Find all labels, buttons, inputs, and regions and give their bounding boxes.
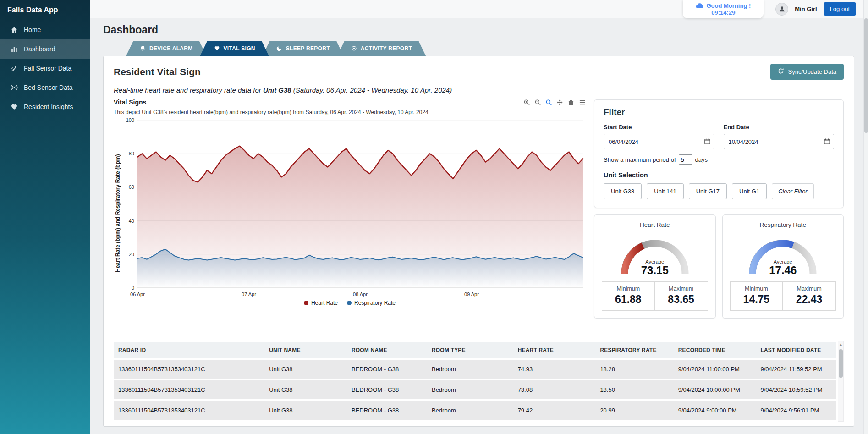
zoom-in-icon[interactable] <box>523 99 530 106</box>
table-cell: Bedroom <box>428 401 514 420</box>
fall-sensor-icon <box>10 65 18 72</box>
unit-filter-button-unit-g38[interactable]: Unit G38 <box>604 183 642 199</box>
svg-text:100: 100 <box>126 117 134 123</box>
page-scrollbar[interactable] <box>863 0 868 434</box>
maximum-value: 83.65 <box>657 293 706 306</box>
chart-block: Vital Signs This depict Unit G38's resid… <box>114 96 586 319</box>
table-cell: 18.50 <box>596 380 674 399</box>
zoom-out-icon[interactable] <box>534 99 541 106</box>
cloud-icon <box>696 3 703 9</box>
table-cell: 9/04/2024 10:00:00 PM <box>675 380 757 399</box>
chart-legend: Heart RateRespiratory Rate <box>114 300 586 306</box>
sidebar-item-home[interactable]: Home <box>0 20 90 39</box>
column-header-recorded-time: RECORDED TIME <box>675 342 757 358</box>
unit-filter-button-unit-g17[interactable]: Unit G17 <box>689 183 727 199</box>
tab-sleep-report[interactable]: SLEEP REPORT <box>263 41 344 56</box>
right-column: Filter Start Date <box>594 99 844 319</box>
legend-label: Respiratory Rate <box>354 300 396 306</box>
home-icon[interactable] <box>567 99 575 106</box>
table-scrollbar-thumb[interactable] <box>839 349 843 378</box>
legend-item-heart-rate[interactable]: Heart Rate <box>304 300 338 306</box>
chart-modebar <box>523 99 586 106</box>
home-icon <box>10 26 18 33</box>
end-date-input[interactable] <box>724 134 835 149</box>
page-scrollbar-thumb[interactable] <box>864 18 868 133</box>
readings-table: RADAR IDUNIT NAMEROOM NAMEROOM TYPEHEART… <box>114 341 836 422</box>
clear-filter-button[interactable]: Clear Filter <box>772 183 814 199</box>
tab-vital-sign[interactable]: VITAL SIGN <box>200 41 269 56</box>
max-period-input[interactable] <box>679 154 692 165</box>
table-cell: 9/04/2024 10:59:52 PM <box>757 380 836 399</box>
sync-update-button[interactable]: Sync/Update Data <box>770 64 844 80</box>
dashboard-icon <box>10 45 18 53</box>
main-area: Good Morning ! 09:14:29 Min Girl Log out… <box>90 0 868 434</box>
y-axis-label: Heart Rate (bpm) and Respiratory Rate (b… <box>114 116 122 300</box>
app-title: Falls Data App <box>0 0 90 20</box>
table-cell: 74.93 <box>514 360 597 379</box>
panel-title: Resident Vital Sign <box>114 66 201 77</box>
legend-item-respiratory-rate[interactable]: Respiratory Rate <box>347 300 396 306</box>
sidebar-item-label: Resident Insights <box>24 103 73 110</box>
plot-area[interactable]: 02040608010006 Apr07 Apr08 Apr09 Apr <box>122 116 586 300</box>
bed-sensor-icon <box>10 84 18 91</box>
gauge-cards: Heart RateAverage73.15Minimum61.88Maximu… <box>594 214 844 319</box>
chart-title: Vital Signs <box>114 99 146 106</box>
sidebar-item-fall-sensor-data[interactable]: Fall Sensor Data <box>0 59 90 78</box>
min-max-grid: Minimum14.75Maximum22.43 <box>730 281 836 311</box>
table-cell: 9/04/2024 11:00:00 PM <box>675 360 757 379</box>
clock-text: 09:14:29 <box>696 9 751 16</box>
greeting-text: Good Morning ! <box>706 2 751 9</box>
gauge-average: Average73.15 <box>611 259 698 276</box>
maximum-cell: Maximum83.65 <box>654 281 708 311</box>
table-cell: Unit G38 <box>265 360 348 379</box>
sync-update-label: Sync/Update Data <box>788 68 836 75</box>
heart-icon <box>214 45 220 51</box>
column-header-unit-name: UNIT NAME <box>265 342 348 358</box>
chart-subtitle: Real-time heart rate and respiratory rat… <box>114 86 844 94</box>
tab-activity-report[interactable]: ACTIVITY REPORT <box>337 41 426 56</box>
table-scrollbar[interactable]: ▲ <box>838 341 844 422</box>
calendar-icon[interactable] <box>704 138 711 145</box>
minimum-cell: Minimum61.88 <box>602 281 655 311</box>
target-icon <box>351 45 357 51</box>
start-date-input[interactable] <box>604 134 714 149</box>
column-header-respiratory-rate: RESPIRATORY RATE <box>596 342 674 358</box>
menu-icon[interactable] <box>579 99 586 105</box>
sidebar-item-label: Dashboard <box>24 45 55 53</box>
gauge-card-heart-rate: Heart RateAverage73.15Minimum61.88Maximu… <box>594 214 716 319</box>
sidebar-item-label: Fall Sensor Data <box>24 65 71 72</box>
gauge-card-respiratory-rate: Respiratory RateAverage17.46Minimum14.75… <box>722 214 844 319</box>
logout-button[interactable]: Log out <box>824 2 856 16</box>
svg-text:40: 40 <box>129 218 134 224</box>
svg-text:60: 60 <box>129 184 134 190</box>
table-cell: 79.42 <box>514 401 597 420</box>
unit-selection-label: Unit Selection <box>604 171 834 179</box>
sidebar-item-label: Bed Sensor Data <box>24 84 73 91</box>
minimum-value: 61.88 <box>604 293 653 306</box>
unit-filter-button-unit-141[interactable]: Unit 141 <box>647 183 683 199</box>
scroll-up-arrow-icon[interactable]: ▲ <box>838 341 843 346</box>
tab-device-alarm[interactable]: DEVICE ALARM <box>126 41 207 56</box>
svg-text:07 Apr: 07 Apr <box>242 291 256 297</box>
table-cell: 73.08 <box>514 380 597 399</box>
table-cell: 9/04/2024 11:59:52 PM <box>757 360 836 379</box>
sidebar-item-dashboard[interactable]: Dashboard <box>0 39 90 59</box>
svg-text:08 Apr: 08 Apr <box>353 291 368 297</box>
zoom-icon[interactable] <box>545 99 552 106</box>
svg-text:06 Apr: 06 Apr <box>130 291 145 297</box>
refresh-icon <box>778 68 784 76</box>
avatar <box>775 3 788 16</box>
moon-icon <box>276 45 282 51</box>
start-date-label: Start Date <box>604 124 714 131</box>
sidebar-item-resident-insights[interactable]: Resident Insights <box>0 97 90 116</box>
legend-dot-icon <box>347 301 352 305</box>
pan-icon[interactable] <box>556 99 563 106</box>
svg-text:80: 80 <box>129 151 134 156</box>
calendar-icon[interactable] <box>824 138 830 145</box>
sidebar-item-bed-sensor-data[interactable]: Bed Sensor Data <box>0 78 90 97</box>
maximum-label: Maximum <box>657 286 706 292</box>
unit-filter-button-unit-g1[interactable]: Unit G1 <box>732 183 767 199</box>
column-header-room-name: ROOM NAME <box>348 342 428 358</box>
legend-dot-icon <box>304 301 308 305</box>
readings-table-wrap: RADAR IDUNIT NAMEROOM NAMEROOM TYPEHEART… <box>114 341 844 422</box>
